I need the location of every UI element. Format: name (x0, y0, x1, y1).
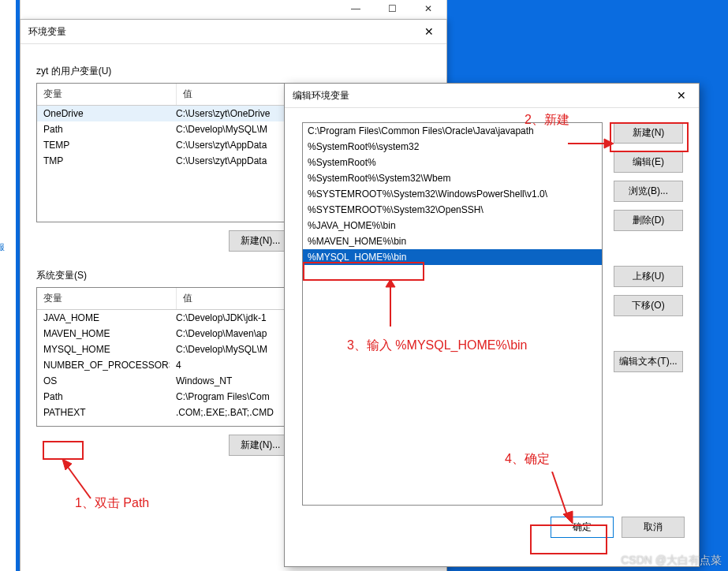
var-name: NUMBER_OF_PROCESSORS (37, 360, 170, 371)
var-name: JAVA_HOME (37, 312, 170, 323)
path-entry[interactable]: %JAVA_HOME%\bin (303, 218, 602, 233)
minimize-button[interactable]: — (338, 0, 374, 18)
path-entry[interactable]: C:\Program Files\Common Files\Oracle\Jav… (303, 123, 602, 139)
user-new-button[interactable]: 新建(N)... (229, 230, 292, 252)
path-entry[interactable]: %SystemRoot% (303, 155, 602, 170)
bg-text: Fea (0, 121, 16, 131)
browse-button[interactable]: 浏览(B)... (614, 181, 683, 202)
move-up-button[interactable]: 上移(U) (614, 266, 683, 287)
close-button[interactable]: ✕ (410, 0, 446, 18)
bg-text: oft 服 (0, 241, 16, 253)
path-entry[interactable]: %SYSTEMROOT%\System32\WindowsPowerShell\… (303, 186, 602, 202)
watermark: CSDN @大白有点菜 (621, 554, 722, 568)
path-list[interactable]: C:\Program Files\Common Files\Oracle\Jav… (302, 122, 603, 506)
move-down-button[interactable]: 下移(O) (614, 295, 683, 316)
dialog-title: 环境变量 (28, 26, 66, 37)
new-entry-button[interactable]: 新建(N) (614, 122, 683, 144)
bg-text: 12 (0, 87, 16, 96)
edit-environment-variable-dialog: 编辑环境变量 ✕ C:\Program Files\Common Files\O… (284, 83, 700, 567)
edit-entry-button[interactable]: 编辑(E) (614, 151, 683, 173)
var-name: OneDrive (37, 108, 170, 119)
var-name: Path (37, 124, 170, 135)
var-name: OS (37, 375, 170, 386)
user-variables-label: zyt 的用户变量(U) (36, 65, 431, 78)
path-entry[interactable]: %MYSQL_HOME%\bin (303, 249, 602, 265)
edit-cancel-button[interactable]: 取消 (622, 517, 685, 538)
close-icon[interactable]: ✕ (663, 84, 699, 107)
edit-ok-button[interactable]: 确定 (551, 517, 614, 538)
background-window-strip: 12 251 Fea oft 服 (0, 0, 16, 571)
path-entry[interactable]: %SYSTEMROOT%\System32\OpenSSH\ (303, 202, 602, 218)
var-name: TMP (37, 155, 170, 166)
close-icon[interactable]: ✕ (411, 20, 446, 43)
parent-window-titlebar: — ☐ ✕ (20, 0, 447, 21)
var-name: PATHEXT (37, 407, 170, 418)
path-entry[interactable]: %SystemRoot%\System32\Wbem (303, 170, 602, 186)
var-name: MAVEN_HOME (37, 328, 170, 339)
edit-text-button[interactable]: 编辑文本(T)... (614, 351, 683, 372)
dialog-titlebar[interactable]: 环境变量 ✕ (21, 20, 446, 44)
var-name: TEMP (37, 140, 170, 151)
sys-new-button[interactable]: 新建(N)... (229, 435, 292, 456)
column-header-name[interactable]: 变量 (37, 84, 177, 105)
bg-text: 251 (0, 104, 16, 114)
column-header-name[interactable]: 变量 (37, 288, 177, 309)
path-entry[interactable]: %SystemRoot%\system32 (303, 139, 602, 155)
delete-entry-button[interactable]: 删除(D) (614, 210, 683, 231)
path-entry[interactable]: %MAVEN_HOME%\bin (303, 233, 602, 249)
dialog-titlebar[interactable]: 编辑环境变量 ✕ (285, 84, 699, 108)
dialog-title: 编辑环境变量 (293, 90, 349, 101)
var-name: Path (37, 391, 170, 402)
var-name: MYSQL_HOME (37, 344, 170, 355)
maximize-button[interactable]: ☐ (374, 0, 410, 18)
